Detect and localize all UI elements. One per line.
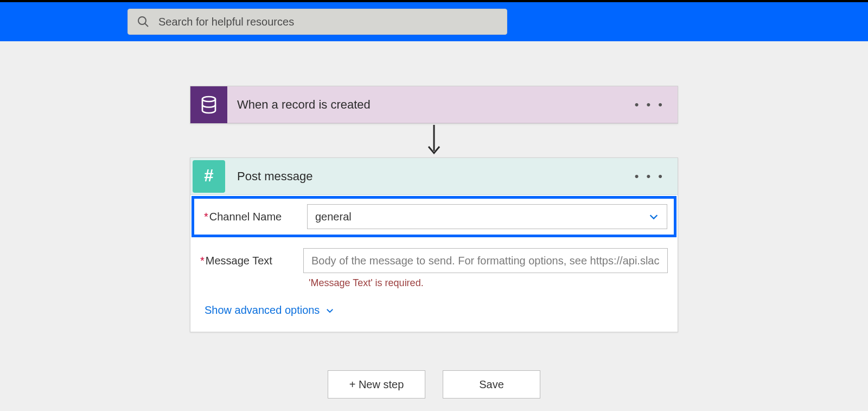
flow-connector	[426, 124, 442, 157]
required-asterisk: *	[204, 211, 208, 223]
search-box[interactable]	[127, 9, 507, 35]
action-body: *Channel Name *Message Text	[190, 196, 678, 332]
message-field-row: *Message Text	[190, 238, 678, 275]
action-header[interactable]: # Post message • • •	[190, 158, 678, 195]
footer-buttons: + New step Save	[328, 370, 540, 399]
channel-input-wrap[interactable]	[307, 204, 667, 229]
message-input-wrap[interactable]	[303, 248, 668, 273]
action-icon-wrap: #	[190, 158, 227, 195]
flow-canvas: When a record is created • • • # Post me…	[0, 41, 868, 399]
svg-point-2	[202, 97, 215, 102]
message-error: 'Message Text' is required.	[190, 275, 678, 289]
channel-field-row: *Channel Name	[192, 196, 676, 237]
slack-hash-icon: #	[193, 160, 225, 193]
svg-line-1	[145, 23, 148, 27]
chevron-down-icon	[325, 306, 335, 315]
action-more-icon[interactable]: • • •	[635, 169, 678, 184]
new-step-button[interactable]: + New step	[328, 370, 425, 399]
trigger-title: When a record is created	[237, 98, 625, 112]
required-asterisk: *	[200, 255, 205, 267]
show-advanced-toggle[interactable]: Show advanced options	[190, 289, 678, 332]
svg-text:#: #	[204, 167, 213, 185]
action-title: Post message	[237, 169, 625, 184]
svg-point-0	[138, 17, 146, 24]
message-text-input[interactable]	[303, 248, 668, 273]
top-banner	[0, 0, 868, 41]
message-label: *Message Text	[200, 255, 303, 267]
save-button[interactable]: Save	[443, 370, 540, 399]
advanced-label: Show advanced options	[205, 304, 320, 317]
search-input[interactable]	[158, 16, 498, 28]
trigger-header[interactable]: When a record is created • • •	[190, 86, 678, 123]
trigger-card[interactable]: When a record is created • • •	[190, 86, 678, 124]
channel-label: *Channel Name	[204, 211, 307, 223]
search-icon	[137, 15, 150, 28]
database-icon	[190, 86, 227, 123]
action-card[interactable]: # Post message • • • *Channel Name	[190, 157, 678, 332]
channel-select[interactable]	[307, 204, 667, 229]
arrow-down-icon	[426, 125, 442, 156]
trigger-more-icon[interactable]: • • •	[635, 98, 678, 112]
